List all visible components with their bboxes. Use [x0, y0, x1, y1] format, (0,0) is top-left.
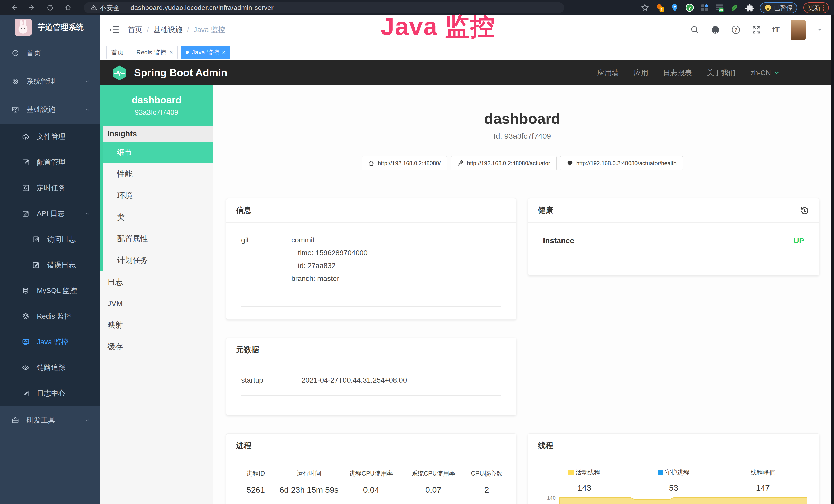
reload-icon[interactable] [46, 3, 54, 12]
sidebar-item-access-log[interactable]: 访问日志 [0, 226, 100, 252]
page-title: dashboard [213, 110, 831, 127]
update-button[interactable]: 更新 [804, 2, 829, 13]
browser-scrollbar[interactable] [831, 16, 834, 504]
sba-item-details[interactable]: 细节 [103, 142, 213, 163]
help-icon[interactable]: ? [731, 25, 741, 35]
close-icon[interactable]: × [169, 49, 173, 56]
col-header: 运行时间 [278, 469, 340, 478]
health-url: http://192.168.0.2:48080/actuator/health [576, 160, 677, 167]
sidebar-item-config-manage[interactable]: 配置管理 [0, 150, 100, 175]
sba-item-scheduled-tasks[interactable]: 计划任务 [103, 250, 213, 271]
tab-redis-monitor[interactable]: Redis 监控× [132, 46, 178, 59]
font-size-icon[interactable]: tT [772, 25, 780, 34]
search-icon[interactable] [690, 25, 699, 35]
info-card: 信息 git commit: time: 1596289704000 id: 2… [226, 198, 516, 320]
annotation-java-monitor: Java 监控 [381, 10, 495, 44]
forward-icon[interactable] [28, 3, 37, 12]
sidebar-item-system[interactable]: 系统管理 [0, 67, 100, 95]
page-instance-id: Id: 93a3fc7f7409 [213, 132, 831, 141]
sidebar-item-log-center[interactable]: 日志中心 [0, 381, 100, 406]
sba-item-environment[interactable]: 环境 [103, 185, 213, 206]
legend-value: 147 [718, 483, 808, 493]
breadcrumb-home[interactable]: 首页 [128, 25, 142, 35]
sidebar-item-label: 链路追踪 [37, 363, 66, 372]
extension-puzzle-icon[interactable] [745, 3, 753, 12]
app-title: 芋道管理系统 [38, 22, 84, 32]
service-url-button[interactable]: http://192.168.0.2:48080/ [361, 156, 447, 170]
sba-nav-about[interactable]: 关于我们 [707, 68, 736, 78]
card-title: 信息 [236, 205, 251, 216]
legend-label: 守护进程 [665, 468, 689, 477]
extension-green-y-icon[interactable]: y [685, 3, 694, 12]
app-brand[interactable]: 芋道管理系统 [0, 16, 100, 39]
sba-instance-header[interactable]: dashboard 93a3fc7f7409 [100, 85, 213, 126]
health-row[interactable]: Instance UP [543, 236, 804, 245]
sba-nav-journal[interactable]: 日志报表 [663, 68, 692, 78]
legend-live: 活动线程 143 [540, 468, 629, 493]
github-icon[interactable] [711, 25, 720, 35]
breadcrumb-infra[interactable]: 基础设施 [154, 25, 182, 35]
tab-java-monitor[interactable]: Java 监控× [181, 46, 231, 59]
sidebar-item-home[interactable]: 首页 [0, 39, 100, 67]
sidebar-item-trace[interactable]: 链路追踪 [0, 355, 100, 381]
sidebar-item-dev-tools[interactable]: 研发工具 [0, 406, 100, 434]
sba-nav-applications[interactable]: 应用 [634, 68, 648, 78]
svg-text:1: 1 [661, 8, 663, 12]
sidebar-item-scheduled-job[interactable]: 定时任务 [0, 175, 100, 201]
sba-item-classes[interactable]: 类 [103, 206, 213, 228]
sidebar-item-redis-monitor[interactable]: Redis 监控 [0, 303, 100, 329]
col-header: CPU核心数 [464, 469, 509, 478]
sba-item-caches[interactable]: 缓存 [100, 336, 213, 358]
main-column: 首页 / 基础设施 / Java 监控 ? tT 首页 Redis 监控× Ja… [100, 16, 831, 504]
home-icon[interactable] [64, 3, 72, 12]
col-header: 进程CPU使用率 [340, 469, 402, 478]
legend-swatch-blue [658, 470, 663, 475]
kebab-menu-icon[interactable] [823, 5, 824, 11]
threads-chart: 140 120 100 [540, 495, 808, 504]
sidebar-fold-icon[interactable] [109, 25, 119, 35]
avatar[interactable] [791, 20, 806, 40]
close-icon[interactable]: × [222, 49, 225, 56]
bookmark-star-icon[interactable] [641, 3, 649, 12]
sba-locale-select[interactable]: zh-CN [750, 69, 780, 77]
sidebar-item-label: 系统管理 [26, 76, 55, 86]
briefcase-icon [12, 416, 19, 424]
sba-item-config-props[interactable]: 配置属性 [103, 228, 213, 250]
sba-item-mappings[interactable]: 映射 [100, 314, 213, 336]
fullscreen-icon[interactable] [752, 25, 761, 35]
extension-list-on-icon[interactable]: on [715, 3, 724, 12]
sba-item-metrics[interactable]: 性能 [103, 163, 213, 185]
paused-badge[interactable]: 已暂停 [760, 2, 797, 13]
user-menu-caret-icon[interactable] [817, 27, 823, 32]
health-url-button[interactable]: http://192.168.0.2:48080/actuator/health [560, 156, 683, 170]
sidebar-item-file-manage[interactable]: 文件管理 [0, 124, 100, 150]
tab-label: Java 监控 [192, 48, 219, 56]
chevron-down-icon [84, 78, 90, 85]
sba-item-jvm[interactable]: JVM [100, 293, 213, 314]
sba-nav-wallboard[interactable]: 应用墙 [597, 68, 619, 78]
sba-header: Spring Boot Admin 应用墙 应用 日志报表 关于我们 zh-CN [100, 60, 831, 85]
git-time-line: time: 1596289704000 [291, 247, 368, 259]
sidebar-item-mysql-monitor[interactable]: MySQL 监控 [0, 278, 100, 303]
gauge-icon [12, 49, 19, 57]
extension-grid-icon[interactable] [700, 3, 709, 12]
sidebar-item-label: 研发工具 [26, 415, 55, 425]
actuator-url-button[interactable]: http://192.168.0.2:48080/actuator [451, 156, 556, 170]
extension-pin-icon[interactable] [671, 3, 679, 12]
chevron-down-icon [773, 70, 780, 76]
card-title: 进程 [236, 440, 251, 451]
extension-orange-icon[interactable]: 1 [656, 3, 664, 12]
sba-item-logs[interactable]: 日志 [100, 271, 213, 293]
back-icon[interactable] [10, 3, 19, 12]
history-icon[interactable] [799, 206, 809, 215]
extension-leaf-icon[interactable] [730, 3, 739, 12]
sidebar-item-api-log[interactable]: API 日志 [0, 201, 100, 226]
card-title: 元数据 [236, 345, 259, 355]
locale-label: zh-CN [750, 69, 771, 77]
svg-text:on: on [719, 8, 723, 12]
tab-home[interactable]: 首页 [106, 46, 128, 59]
process-col-system-cpu: 系统CPU使用率 0.07 [402, 469, 464, 495]
sidebar-item-error-log[interactable]: 错误日志 [0, 252, 100, 278]
sidebar-item-java-monitor[interactable]: Java 监控 [0, 329, 100, 355]
sidebar-item-infra[interactable]: 基础设施 [0, 95, 100, 124]
